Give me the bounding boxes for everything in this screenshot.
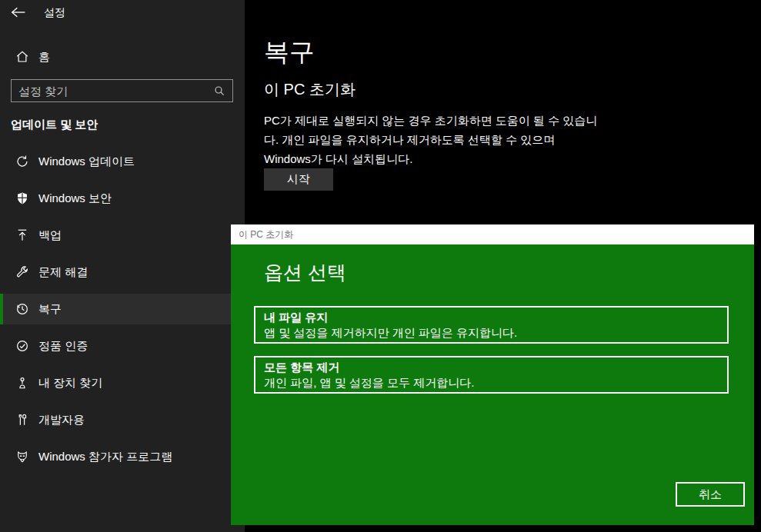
home-icon [15,50,29,64]
settings-sidebar: 설정 홈 업데이트 및 보안 Windows 업데이트 [0,0,245,532]
sidebar-item-activation[interactable]: 정품 인증 [0,331,245,361]
search-icon [213,85,225,97]
back-icon[interactable] [11,5,26,19]
get-started-button[interactable]: 시작 [264,168,333,191]
app-title: 설정 [44,6,65,20]
sync-icon [15,155,29,168]
sidebar-item-backup[interactable]: 백업 [0,220,245,251]
option-title: 내 파일 유지 [264,310,719,325]
sidebar-item-windows-security[interactable]: Windows 보안 [0,183,245,214]
sidebar-section-header: 업데이트 및 보안 [11,118,98,132]
sidebar-item-label: 개발자용 [38,413,85,427]
reset-pc-section-title: 이 PC 초기화 [264,79,355,100]
find-device-icon [15,376,29,390]
cancel-button[interactable]: 취소 [676,482,745,507]
option-description: 앱 및 설정을 제거하지만 개인 파일은 유지합니다. [264,325,719,341]
developer-tools-icon [15,413,29,427]
ninja-cat-icon [15,450,29,464]
dialog-titlebar: 이 PC 초기화 [231,224,754,244]
sidebar-item-find-my-device[interactable]: 내 장치 찾기 [0,367,245,398]
sidebar-item-recovery[interactable]: 복구 [0,294,245,324]
description-line: PC가 제대로 실행되지 않는 경우 초기화하면 도움이 될 수 있습니 [264,111,597,130]
dialog-title: 이 PC 초기화 [239,228,293,241]
wrench-icon [15,265,29,279]
sidebar-item-label: Windows 참가자 프로그램 [38,450,172,464]
activation-check-icon [15,339,29,353]
page-title: 복구 [264,35,315,70]
sidebar-item-label: 문제 해결 [38,265,88,280]
sidebar-item-label: 정품 인증 [38,339,88,354]
search-input[interactable] [18,85,213,98]
shield-icon [15,191,29,205]
sidebar-item-windows-insider[interactable]: Windows 참가자 프로그램 [0,441,245,472]
option-keep-my-files[interactable]: 내 파일 유지 앱 및 설정을 제거하지만 개인 파일은 유지합니다. [254,306,729,344]
settings-search-box[interactable] [11,79,233,102]
dialog-body: 옵션 선택 내 파일 유지 앱 및 설정을 제거하지만 개인 파일은 유지합니다… [231,244,754,525]
option-remove-everything[interactable]: 모든 항목 제거 개인 파일, 앱 및 설정을 모두 제거합니다. [254,356,729,394]
option-title: 모든 항목 제거 [264,360,719,375]
reset-pc-dialog: 이 PC 초기화 옵션 선택 내 파일 유지 앱 및 설정을 제거하지만 개인 … [231,224,754,525]
sidebar-home-label: 홈 [38,50,50,65]
sidebar-item-label: 내 장치 찾기 [38,376,102,391]
sidebar-nav: Windows 업데이트 Windows 보안 백업 [0,146,245,478]
option-description: 개인 파일, 앱 및 설정을 모두 제거합니다. [264,375,719,391]
reset-pc-description: PC가 제대로 실행되지 않는 경우 초기화하면 도움이 될 수 있습니 다. … [264,111,597,168]
description-line: 다. 개인 파일을 유지하거나 제거하도록 선택할 수 있으며 [264,130,597,149]
sidebar-item-label: 복구 [38,302,62,317]
history-icon [15,302,29,316]
sidebar-item-for-developers[interactable]: 개발자용 [0,404,245,435]
sidebar-item-troubleshoot[interactable]: 문제 해결 [0,257,245,288]
sidebar-item-label: 백업 [38,228,62,243]
description-line: Windows가 다시 설치됩니다. [264,149,597,168]
sidebar-item-label: Windows 보안 [38,191,112,206]
sidebar-item-label: Windows 업데이트 [38,155,135,169]
backup-icon [15,228,29,242]
sidebar-item-windows-update[interactable]: Windows 업데이트 [0,146,245,177]
dialog-heading: 옵션 선택 [264,260,346,285]
sidebar-item-home[interactable]: 홈 [0,43,245,71]
